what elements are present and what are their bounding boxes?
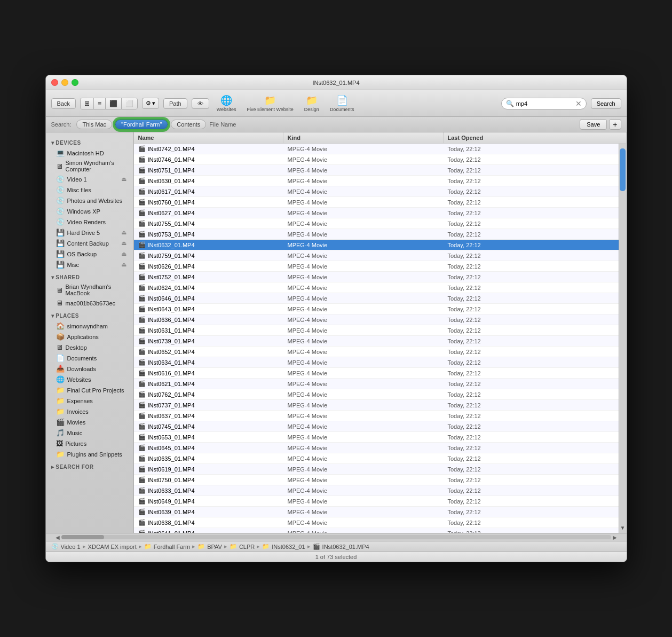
- view-list-btn[interactable]: ≡: [94, 98, 106, 109]
- sidebar-item-invoices[interactable]: 📁 Invoices: [48, 406, 132, 416]
- search-button[interactable]: Search: [591, 98, 621, 109]
- table-row[interactable]: 🎬INst0739_01.MP4MPEG-4 MovieToday, 22:12: [134, 336, 627, 347]
- eject-icon-4[interactable]: ⏏: [121, 250, 127, 257]
- design-shortcut[interactable]: 📁 Design: [301, 93, 322, 113]
- sidebar-item-documents[interactable]: 📄 Documents: [48, 353, 132, 363]
- scroll-left-arrow[interactable]: ◀: [54, 534, 61, 540]
- table-row[interactable]: 🎬INst0751_01.MP4MPEG-4 MovieToday, 22:12: [134, 165, 627, 176]
- eject-icon[interactable]: ⏏: [121, 176, 127, 183]
- minimize-button[interactable]: [61, 79, 68, 86]
- sidebar-item-misc[interactable]: 💾 Misc ⏏: [48, 259, 132, 270]
- table-row[interactable]: 🎬INst0652_01.MP4MPEG-4 MovieToday, 22:12: [134, 347, 627, 357]
- table-row[interactable]: 🎬INst0755_01.MP4MPEG-4 MovieToday, 22:12: [134, 218, 627, 229]
- sidebar-item-hard-drive5[interactable]: 💾 Hard Drive 5 ⏏: [48, 227, 132, 238]
- table-row[interactable]: 🎬INst0745_01.MP4MPEG-4 MovieToday, 22:12: [134, 421, 627, 432]
- view-icon-btn[interactable]: ⊞: [81, 98, 94, 109]
- table-row[interactable]: 🎬INst0617_01.MP4MPEG-4 MovieToday, 22:12: [134, 186, 627, 197]
- table-row[interactable]: 🎬INst0760_01.MP4MPEG-4 MovieToday, 22:12: [134, 197, 627, 208]
- path-button[interactable]: Path: [163, 98, 187, 109]
- table-row[interactable]: 🎬INst0646_01.MP4MPEG-4 MovieToday, 22:12: [134, 293, 627, 304]
- table-row[interactable]: 🎬INst0630_01.MP4MPEG-4 MovieToday, 22:12: [134, 176, 627, 186]
- sidebar-item-brian-macbook[interactable]: 🖥 Brian Wyndham's MacBook: [48, 282, 132, 297]
- scope-this-mac[interactable]: This Mac: [76, 120, 112, 129]
- table-row[interactable]: 🎬INst0762_01.MP4MPEG-4 MovieToday, 22:12: [134, 389, 627, 400]
- breadcrumb-bpav[interactable]: BPAV: [207, 544, 222, 550]
- sidebar-item-desktop[interactable]: 🖥 Desktop: [48, 342, 132, 352]
- table-row[interactable]: 🎬INst0759_01.MP4MPEG-4 MovieToday, 22:12: [134, 250, 627, 261]
- breadcrumb-file[interactable]: INst0632_01.MP4: [322, 544, 369, 550]
- sidebar-item-mac001[interactable]: 🖥 mac001b63b673ec: [48, 298, 132, 308]
- five-element-shortcut[interactable]: 📁 Five Element Website: [243, 93, 296, 113]
- table-row[interactable]: 🎬INst0641_01.MP4MPEG-4 MovieToday, 22:12: [134, 528, 627, 533]
- table-row[interactable]: 🎬INst0637_01.MP4MPEG-4 MovieToday, 22:12: [134, 411, 627, 421]
- table-row[interactable]: 🎬INst0634_01.MP4MPEG-4 MovieToday, 22:12: [134, 357, 627, 368]
- sidebar-item-plugins[interactable]: 📁 Plugins and Snippets: [48, 449, 132, 459]
- table-row[interactable]: 🎬INst0627_01.MP4MPEG-4 MovieToday, 22:12: [134, 208, 627, 218]
- action-dropdown[interactable]: ⚙ ▾: [142, 98, 159, 109]
- sidebar-item-simon-computer[interactable]: 🖥 Simon Wyndham's Computer: [48, 159, 132, 174]
- sidebar-item-music[interactable]: 🎵 Music: [48, 428, 132, 438]
- sidebar-item-applications[interactable]: 📦 Applications: [48, 332, 132, 342]
- kind-column-header[interactable]: Kind: [283, 132, 444, 143]
- quicklook-button[interactable]: 👁: [192, 98, 209, 109]
- table-row[interactable]: 🎬INst0619_01.MP4MPEG-4 MovieToday, 22:12: [134, 464, 627, 475]
- add-button[interactable]: +: [609, 119, 621, 130]
- sidebar-item-photos-websites[interactable]: 💿 Photos and Websites: [48, 195, 132, 206]
- table-row[interactable]: 🎬INst0746_01.MP4MPEG-4 MovieToday, 22:12: [134, 154, 627, 165]
- table-row[interactable]: 🎬INst0639_01.MP4MPEG-4 MovieToday, 22:12: [134, 507, 627, 517]
- save-button[interactable]: Save: [580, 119, 607, 130]
- sidebar-item-os-backup[interactable]: 💾 OS Backup ⏏: [48, 249, 132, 259]
- table-row[interactable]: 🎬INst0633_01.MP4MPEG-4 MovieToday, 22:12: [134, 485, 627, 496]
- breadcrumb-clpr[interactable]: CLPR: [239, 544, 255, 550]
- sidebar-item-video-renders[interactable]: 💿 Video Renders: [48, 217, 132, 227]
- opened-column-header[interactable]: Last Opened: [444, 132, 627, 143]
- view-cover-btn[interactable]: ⬜: [122, 98, 137, 109]
- table-row[interactable]: 🎬INst0742_01.MP4MPEG-4 MovieToday, 22:12: [134, 144, 627, 154]
- sidebar-item-windows-xp[interactable]: 💿 Windows XP: [48, 206, 132, 216]
- eject-icon-3[interactable]: ⏏: [121, 240, 127, 247]
- table-row[interactable]: 🎬INst0752_01.MP4MPEG-4 MovieToday, 22:12: [134, 272, 627, 282]
- sidebar-item-home[interactable]: 🏠 simonwyndham: [48, 321, 132, 331]
- eject-icon-5[interactable]: ⏏: [121, 261, 127, 268]
- scope-fordhall-farm[interactable]: "Fordhall Farm": [115, 120, 168, 129]
- sidebar-item-expenses[interactable]: 📁 Expenses: [48, 396, 132, 406]
- table-row[interactable]: 🎬INst0636_01.MP4MPEG-4 MovieToday, 22:12: [134, 314, 627, 325]
- sidebar-item-fcp-projects[interactable]: 📁 Final Cut Pro Projects: [48, 385, 132, 395]
- table-row[interactable]: 🎬INst0737_01.MP4MPEG-4 MovieToday, 22:12: [134, 400, 627, 411]
- name-column-header[interactable]: Name: [134, 132, 283, 143]
- sidebar-item-video1[interactable]: 💿 Video 1 ⏏: [48, 174, 132, 184]
- search-input[interactable]: [516, 100, 575, 107]
- sidebar-item-macintosh-hd[interactable]: 💻 Macintosh HD: [48, 148, 132, 158]
- table-row[interactable]: 🎬INst0638_01.MP4MPEG-4 MovieToday, 22:12: [134, 517, 627, 528]
- horizontal-scrollbar[interactable]: ◀ ▶: [46, 533, 627, 541]
- scroll-thumb[interactable]: [620, 148, 626, 191]
- breadcrumb-xdcam[interactable]: XDCAM EX import: [88, 544, 137, 550]
- sidebar-item-downloads[interactable]: 📥 Downloads: [48, 364, 132, 374]
- sidebar-item-websites[interactable]: 🌐 Websites: [48, 374, 132, 384]
- sidebar-item-misc-files[interactable]: 💿 Misc files: [48, 185, 132, 195]
- table-row[interactable]: 🎬INst0616_01.MP4MPEG-4 MovieToday, 22:12: [134, 368, 627, 379]
- vertical-scrollbar[interactable]: ▲ ▼: [619, 132, 627, 533]
- clear-search-button[interactable]: ✕: [575, 99, 582, 108]
- breadcrumb-inst0632[interactable]: INst0632_01: [272, 544, 305, 550]
- table-row[interactable]: 🎬INst0750_01.MP4MPEG-4 MovieToday, 22:12: [134, 475, 627, 485]
- table-row[interactable]: 🎬INst0632_01.MP4MPEG-4 MovieToday, 22:12: [134, 240, 627, 250]
- eject-icon-2[interactable]: ⏏: [121, 229, 127, 236]
- close-button[interactable]: [51, 79, 58, 86]
- sidebar-item-movies[interactable]: 🎬 Movies: [48, 417, 132, 427]
- table-row[interactable]: 🎬INst0753_01.MP4MPEG-4 MovieToday, 22:12: [134, 229, 627, 240]
- sidebar-item-pictures[interactable]: 🖼 Pictures: [48, 438, 132, 449]
- maximize-button[interactable]: [72, 79, 78, 86]
- websites-shortcut[interactable]: 🌐 Websites: [214, 93, 240, 113]
- view-column-btn[interactable]: ⬛: [106, 98, 122, 109]
- table-row[interactable]: 🎬INst0635_01.MP4MPEG-4 MovieToday, 22:12: [134, 453, 627, 464]
- table-row[interactable]: 🎬INst0624_01.MP4MPEG-4 MovieToday, 22:12: [134, 282, 627, 293]
- table-row[interactable]: 🎬INst0621_01.MP4MPEG-4 MovieToday, 22:12: [134, 379, 627, 389]
- back-button[interactable]: Back: [51, 98, 76, 109]
- sidebar-item-content-backup[interactable]: 💾 Content Backup ⏏: [48, 238, 132, 248]
- breadcrumb-fordhall[interactable]: Fordhall Farm: [154, 544, 190, 550]
- documents-shortcut[interactable]: 📄 Documents: [327, 93, 358, 113]
- table-row[interactable]: 🎬INst0653_01.MP4MPEG-4 MovieToday, 22:12: [134, 432, 627, 443]
- table-row[interactable]: 🎬INst0649_01.MP4MPEG-4 MovieToday, 22:12: [134, 496, 627, 507]
- scope-contents[interactable]: Contents: [171, 120, 206, 129]
